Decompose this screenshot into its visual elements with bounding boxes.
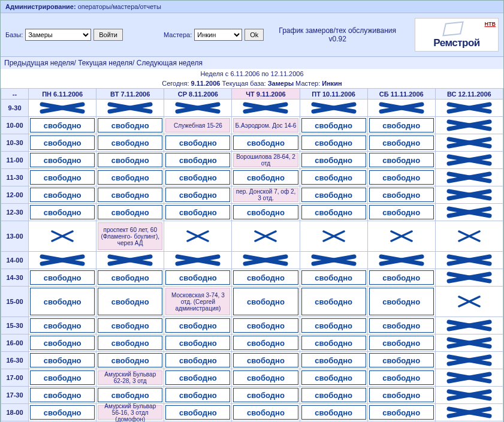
appointment-slot[interactable]: Б.Аэродром. Дос 14-6 xyxy=(233,118,298,132)
slot-cell[interactable]: свободно xyxy=(232,387,300,404)
free-slot[interactable]: свободно xyxy=(233,370,298,385)
free-slot[interactable]: свободно xyxy=(369,288,434,315)
free-slot[interactable]: свободно xyxy=(233,205,298,219)
slot-cell[interactable] xyxy=(435,369,503,387)
free-slot[interactable]: свободно xyxy=(98,153,162,167)
slot-cell[interactable] xyxy=(435,317,503,334)
slot-cell[interactable]: свободно xyxy=(300,186,367,204)
slot-cell[interactable]: свободно xyxy=(367,269,435,287)
slot-cell[interactable]: свободно xyxy=(300,134,367,152)
slot-cell[interactable]: свободно xyxy=(164,169,232,186)
slot-cell[interactable] xyxy=(435,186,503,204)
slot-cell[interactable]: свободно xyxy=(29,186,96,204)
appointment-slot[interactable]: Ворошилова 28-64, 2 отд xyxy=(233,153,298,167)
slot-cell[interactable]: свободно xyxy=(232,352,300,369)
free-slot[interactable]: свободно xyxy=(165,388,230,402)
free-slot[interactable]: свободно xyxy=(233,170,298,185)
slot-cell[interactable] xyxy=(435,387,503,404)
slot-cell[interactable] xyxy=(435,169,503,186)
free-slot[interactable]: свободно xyxy=(369,318,434,333)
free-slot[interactable]: свободно xyxy=(30,135,95,150)
free-slot[interactable]: свободно xyxy=(301,405,366,420)
slot-cell[interactable] xyxy=(164,100,232,117)
slot-cell[interactable]: свободно xyxy=(367,352,435,369)
free-slot[interactable]: свободно xyxy=(30,370,95,385)
slot-cell[interactable]: свободно xyxy=(96,269,164,287)
slot-cell[interactable] xyxy=(300,100,367,117)
free-slot[interactable]: свободно xyxy=(30,353,95,367)
free-slot[interactable]: свободно xyxy=(98,170,162,185)
slot-cell[interactable]: свободно xyxy=(300,287,367,317)
slot-cell[interactable]: Ворошилова 28-64, 2 отд xyxy=(232,152,300,169)
slot-cell[interactable]: свободно xyxy=(164,352,232,369)
slot-cell[interactable]: свободно xyxy=(367,369,435,387)
free-slot[interactable]: свободно xyxy=(30,288,95,315)
slot-cell[interactable] xyxy=(435,404,503,421)
free-slot[interactable]: свободно xyxy=(233,270,298,285)
free-slot[interactable]: свободно xyxy=(301,188,366,202)
free-slot[interactable]: свободно xyxy=(165,205,230,219)
free-slot[interactable]: свободно xyxy=(165,188,230,202)
slot-cell[interactable]: свободно xyxy=(96,352,164,369)
free-slot[interactable]: свободно xyxy=(369,170,434,185)
admin-links[interactable]: операторы/мастера/отчеты xyxy=(78,3,161,10)
free-slot[interactable]: свободно xyxy=(369,370,434,385)
slot-cell[interactable]: свободно xyxy=(367,204,435,221)
free-slot[interactable]: свободно xyxy=(301,388,366,402)
slot-cell[interactable] xyxy=(435,134,503,152)
slot-cell[interactable]: свободно xyxy=(232,287,300,317)
free-slot[interactable]: свободно xyxy=(301,205,366,219)
free-slot[interactable]: свободно xyxy=(165,153,230,167)
slot-cell[interactable] xyxy=(164,252,232,269)
slot-cell[interactable]: свободно xyxy=(367,387,435,404)
slot-cell[interactable]: свободно xyxy=(232,134,300,152)
free-slot[interactable]: свободно xyxy=(30,270,95,285)
slot-cell[interactable]: свободно xyxy=(96,152,164,169)
slot-cell[interactable]: свободно xyxy=(164,334,232,352)
slot-cell[interactable]: свободно xyxy=(29,352,96,369)
slot-cell[interactable]: свободно xyxy=(96,204,164,221)
free-slot[interactable]: свободно xyxy=(165,270,230,285)
slot-cell[interactable]: свободно xyxy=(367,117,435,134)
free-slot[interactable]: свободно xyxy=(301,318,366,333)
slot-cell[interactable]: Амурский Бульвар 56-16, 3 отдл (домофон) xyxy=(96,404,164,421)
slot-cell[interactable]: свободно xyxy=(367,287,435,317)
free-slot[interactable]: свободно xyxy=(165,405,230,420)
slot-cell[interactable]: свободно xyxy=(300,269,367,287)
slot-cell[interactable] xyxy=(435,252,503,269)
slot-cell[interactable] xyxy=(435,269,503,287)
free-slot[interactable]: свободно xyxy=(369,205,434,219)
week-nav-links[interactable]: Предыдущая неделя/ Текущая неделя/ Следу… xyxy=(4,59,203,67)
slot-cell[interactable]: свободно xyxy=(232,369,300,387)
slot-cell[interactable]: свободно xyxy=(232,317,300,334)
slot-cell[interactable]: свободно xyxy=(164,317,232,334)
free-slot[interactable]: свободно xyxy=(98,270,162,285)
slot-cell[interactable]: свободно xyxy=(164,204,232,221)
slot-cell[interactable] xyxy=(367,100,435,117)
free-slot[interactable]: свободно xyxy=(369,405,434,420)
slot-cell[interactable]: свободно xyxy=(164,134,232,152)
appointment-slot[interactable]: Служебная 15-26 xyxy=(165,118,230,132)
free-slot[interactable]: свободно xyxy=(301,153,366,167)
slot-cell[interactable] xyxy=(300,252,367,269)
free-slot[interactable]: свободно xyxy=(30,153,95,167)
free-slot[interactable]: свободно xyxy=(369,135,434,150)
slot-cell[interactable]: Служебная 15-26 xyxy=(164,117,232,134)
free-slot[interactable]: свободно xyxy=(98,205,162,219)
slot-cell[interactable] xyxy=(29,252,96,269)
slot-cell[interactable]: свободно xyxy=(367,134,435,152)
masters-select[interactable]: Инкин xyxy=(194,29,242,41)
slot-cell[interactable]: свободно xyxy=(164,404,232,421)
slot-cell[interactable]: свободно xyxy=(300,334,367,352)
slot-cell[interactable]: свободно xyxy=(367,152,435,169)
bases-select[interactable]: Замеры xyxy=(25,29,91,41)
slot-cell[interactable]: свободно xyxy=(300,117,367,134)
slot-cell[interactable] xyxy=(435,334,503,352)
slot-cell[interactable] xyxy=(435,221,503,252)
slot-cell[interactable]: свободно xyxy=(164,152,232,169)
slot-cell[interactable] xyxy=(300,221,367,252)
free-slot[interactable]: свободно xyxy=(369,188,434,202)
slot-cell[interactable] xyxy=(232,100,300,117)
slot-cell[interactable] xyxy=(96,100,164,117)
slot-cell[interactable]: свободно xyxy=(367,404,435,421)
